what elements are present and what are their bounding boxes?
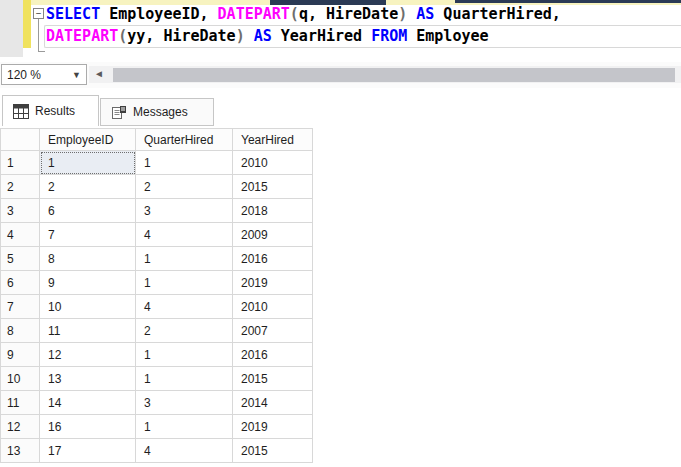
data-cell[interactable]: 4 bbox=[136, 223, 233, 247]
data-cell[interactable]: 2015 bbox=[233, 367, 313, 391]
data-cell[interactable]: 2 bbox=[136, 175, 233, 199]
row-number-cell[interactable]: 5 bbox=[0, 247, 40, 271]
column-header-quarterhired[interactable]: QuarterHired bbox=[136, 128, 233, 151]
change-tracking-bar bbox=[23, 0, 31, 48]
column-header-employeeid[interactable]: EmployeeID bbox=[40, 128, 136, 151]
row-number-cell[interactable]: 9 bbox=[0, 343, 40, 367]
data-cell[interactable]: 4 bbox=[136, 295, 233, 319]
code-line: DATEPART(yy, HireDate) AS YearHired FROM… bbox=[46, 25, 561, 47]
data-cell[interactable]: 1 bbox=[136, 151, 233, 175]
data-cell[interactable]: 17 bbox=[40, 439, 136, 463]
data-cell[interactable]: 6 bbox=[40, 199, 136, 223]
data-cell[interactable]: 3 bbox=[136, 199, 233, 223]
row-number-cell[interactable]: 13 bbox=[0, 439, 40, 463]
sql-editor-pane[interactable]: − SELECT EmployeeID, DATEPART(q, HireDat… bbox=[0, 0, 681, 62]
horizontal-scrollbar[interactable]: ◄ bbox=[89, 66, 681, 83]
editor-statusbar: 120 % ▼ ◄ bbox=[0, 62, 681, 88]
results-grid-icon bbox=[13, 104, 29, 119]
data-cell[interactable]: 10 bbox=[40, 295, 136, 319]
tab-results-label: Results bbox=[35, 104, 75, 118]
data-cell[interactable]: 2009 bbox=[233, 223, 313, 247]
data-cell[interactable]: 9 bbox=[40, 271, 136, 295]
data-cell[interactable]: 2010 bbox=[233, 151, 313, 175]
data-cell[interactable]: 2010 bbox=[233, 295, 313, 319]
row-number-cell[interactable]: 11 bbox=[0, 391, 40, 415]
code-line: SELECT EmployeeID, DATEPART(q, HireDate)… bbox=[46, 3, 561, 25]
row-number-cell[interactable]: 10 bbox=[0, 367, 40, 391]
data-cell[interactable]: 13 bbox=[40, 367, 136, 391]
data-cell[interactable]: 8 bbox=[40, 247, 136, 271]
data-cell[interactable]: 1 bbox=[136, 367, 233, 391]
code-collapse-toggle[interactable]: − bbox=[33, 8, 44, 19]
row-number-cell[interactable]: 1 bbox=[0, 151, 40, 175]
table-row: 1112010 bbox=[0, 151, 313, 175]
table-row: 3632018 bbox=[0, 199, 313, 223]
data-cell[interactable]: 1 bbox=[40, 151, 136, 175]
data-cell[interactable]: 2015 bbox=[233, 439, 313, 463]
table-row: 4742009 bbox=[0, 223, 313, 247]
data-cell[interactable]: 2018 bbox=[233, 199, 313, 223]
data-cell[interactable]: 1 bbox=[136, 343, 233, 367]
data-cell[interactable]: 7 bbox=[40, 223, 136, 247]
data-cell[interactable]: 12 bbox=[40, 343, 136, 367]
scrollbar-thumb[interactable] bbox=[113, 68, 675, 82]
tab-results[interactable]: Results bbox=[2, 95, 99, 126]
data-cell[interactable]: 3 bbox=[136, 391, 233, 415]
tab-messages-label: Messages bbox=[133, 105, 188, 119]
data-cell[interactable]: 2015 bbox=[233, 175, 313, 199]
table-row: 81122007 bbox=[0, 319, 313, 343]
table-row: 5812016 bbox=[0, 247, 313, 271]
table-row: 6912019 bbox=[0, 271, 313, 295]
table-row: 2222015 bbox=[0, 175, 313, 199]
data-cell[interactable]: 16 bbox=[40, 415, 136, 439]
data-cell[interactable]: 1 bbox=[136, 247, 233, 271]
messages-icon bbox=[111, 105, 127, 120]
table-row: 121612019 bbox=[0, 415, 313, 439]
data-cell[interactable]: 2019 bbox=[233, 271, 313, 295]
zoom-level-value: 120 % bbox=[7, 68, 41, 82]
row-number-cell[interactable]: 12 bbox=[0, 415, 40, 439]
results-tabstrip: Results Messages bbox=[0, 88, 681, 128]
grid-corner-cell[interactable] bbox=[0, 128, 40, 151]
data-cell[interactable]: 2007 bbox=[233, 319, 313, 343]
data-cell[interactable]: 2014 bbox=[233, 391, 313, 415]
data-cell[interactable]: 14 bbox=[40, 391, 136, 415]
data-cell[interactable]: 2019 bbox=[233, 415, 313, 439]
table-row: 71042010 bbox=[0, 295, 313, 319]
data-cell[interactable]: 4 bbox=[136, 439, 233, 463]
data-cell[interactable]: 1 bbox=[136, 271, 233, 295]
table-row: 101312015 bbox=[0, 367, 313, 391]
zoom-level-select[interactable]: 120 % ▼ bbox=[1, 64, 87, 85]
row-number-cell[interactable]: 7 bbox=[0, 295, 40, 319]
column-header-yearhired[interactable]: YearHired bbox=[233, 128, 313, 151]
row-number-cell[interactable]: 6 bbox=[0, 271, 40, 295]
data-cell[interactable]: 2016 bbox=[233, 247, 313, 271]
table-row: 91212016 bbox=[0, 343, 313, 367]
scroll-left-arrow-icon[interactable]: ◄ bbox=[92, 67, 106, 81]
data-cell[interactable]: 2 bbox=[136, 319, 233, 343]
table-row: 131742015 bbox=[0, 439, 313, 463]
editor-gutter bbox=[0, 0, 23, 57]
data-cell[interactable]: 1 bbox=[136, 415, 233, 439]
results-grid[interactable]: EmployeeIDQuarterHiredYearHired111201022… bbox=[0, 128, 313, 463]
row-number-cell[interactable]: 2 bbox=[0, 175, 40, 199]
table-row: 111432014 bbox=[0, 391, 313, 415]
data-cell[interactable]: 11 bbox=[40, 319, 136, 343]
tab-messages[interactable]: Messages bbox=[100, 98, 214, 126]
row-number-cell[interactable]: 3 bbox=[0, 199, 40, 223]
chevron-down-icon: ▼ bbox=[72, 70, 81, 80]
row-number-cell[interactable]: 4 bbox=[0, 223, 40, 247]
data-cell[interactable]: 2016 bbox=[233, 343, 313, 367]
sql-code[interactable]: SELECT EmployeeID, DATEPART(q, HireDate)… bbox=[46, 3, 561, 47]
grid-header-row: EmployeeIDQuarterHiredYearHired bbox=[0, 128, 313, 151]
row-number-cell[interactable]: 8 bbox=[0, 319, 40, 343]
data-cell[interactable]: 2 bbox=[40, 175, 136, 199]
